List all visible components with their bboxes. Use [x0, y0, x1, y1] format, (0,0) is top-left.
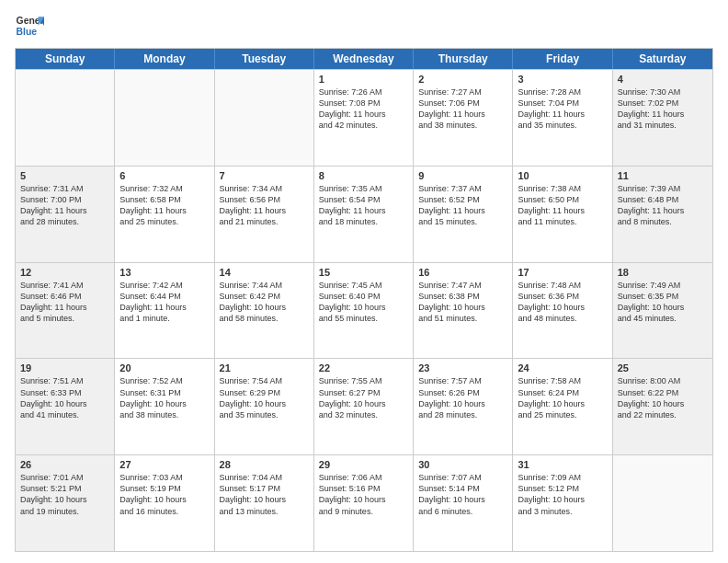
day-number: 8: [319, 170, 408, 181]
calendar-row: 12Sunrise: 7:41 AM Sunset: 6:46 PM Dayli…: [16, 262, 712, 359]
day-info: Sunrise: 7:48 AM Sunset: 6:36 PM Dayligh…: [518, 280, 607, 325]
calendar-row: 26Sunrise: 7:01 AM Sunset: 5:21 PM Dayli…: [16, 454, 712, 551]
calendar-row: 5Sunrise: 7:31 AM Sunset: 7:00 PM Daylig…: [16, 166, 712, 262]
day-info: Sunrise: 7:04 AM Sunset: 5:17 PM Dayligh…: [220, 472, 309, 517]
day-info: Sunrise: 7:35 AM Sunset: 6:54 PM Dayligh…: [319, 183, 408, 228]
calendar-cell: 18Sunrise: 7:49 AM Sunset: 6:35 PM Dayli…: [613, 263, 712, 359]
day-info: Sunrise: 7:07 AM Sunset: 5:14 PM Dayligh…: [418, 472, 507, 517]
day-info: Sunrise: 7:51 AM Sunset: 6:33 PM Dayligh…: [20, 375, 109, 420]
day-number: 27: [119, 459, 209, 470]
calendar-cell: 25Sunrise: 8:00 AM Sunset: 6:22 PM Dayli…: [613, 359, 712, 454]
calendar-cell: [16, 70, 115, 166]
calendar-row: 19Sunrise: 7:51 AM Sunset: 6:33 PM Dayli…: [16, 358, 712, 454]
day-info: Sunrise: 7:45 AM Sunset: 6:40 PM Dayligh…: [319, 280, 408, 325]
day-info: Sunrise: 7:03 AM Sunset: 5:19 PM Dayligh…: [119, 472, 209, 517]
calendar-cell: 15Sunrise: 7:45 AM Sunset: 6:40 PM Dayli…: [314, 263, 414, 359]
day-number: 17: [518, 267, 607, 278]
day-number: 1: [319, 74, 408, 85]
day-number: 15: [319, 267, 408, 278]
day-info: Sunrise: 7:32 AM Sunset: 6:58 PM Dayligh…: [119, 183, 209, 228]
calendar-cell: 9Sunrise: 7:37 AM Sunset: 6:52 PM Daylig…: [414, 167, 513, 262]
calendar-cell: [613, 455, 712, 551]
day-number: 2: [418, 74, 507, 85]
day-info: Sunrise: 7:34 AM Sunset: 6:56 PM Dayligh…: [220, 183, 309, 228]
calendar-cell: 5Sunrise: 7:31 AM Sunset: 7:00 PM Daylig…: [16, 167, 115, 262]
calendar-cell: 22Sunrise: 7:55 AM Sunset: 6:27 PM Dayli…: [314, 359, 414, 454]
logo: General Blue: [15, 11, 44, 40]
weekday-header: Tuesday: [215, 49, 314, 69]
day-number: 9: [418, 170, 507, 181]
day-info: Sunrise: 7:27 AM Sunset: 7:06 PM Dayligh…: [418, 86, 507, 132]
day-number: 26: [20, 459, 109, 470]
calendar-cell: 8Sunrise: 7:35 AM Sunset: 6:54 PM Daylig…: [314, 167, 414, 262]
weekday-header: Thursday: [414, 49, 513, 69]
day-number: 29: [319, 459, 408, 470]
weekday-header: Sunday: [16, 49, 115, 69]
day-info: Sunrise: 7:49 AM Sunset: 6:35 PM Dayligh…: [618, 280, 708, 325]
calendar-body: 1Sunrise: 7:26 AM Sunset: 7:08 PM Daylig…: [16, 69, 712, 551]
day-number: 5: [20, 170, 109, 181]
logo-icon: General Blue: [15, 11, 44, 40]
day-number: 21: [220, 362, 309, 373]
calendar-cell: 21Sunrise: 7:54 AM Sunset: 6:29 PM Dayli…: [215, 359, 314, 454]
day-info: Sunrise: 7:58 AM Sunset: 6:24 PM Dayligh…: [518, 375, 607, 420]
calendar-cell: 24Sunrise: 7:58 AM Sunset: 6:24 PM Dayli…: [513, 359, 612, 454]
day-number: 28: [220, 459, 309, 470]
day-number: 16: [418, 267, 507, 278]
calendar-cell: 28Sunrise: 7:04 AM Sunset: 5:17 PM Dayli…: [215, 455, 314, 551]
day-info: Sunrise: 7:39 AM Sunset: 6:48 PM Dayligh…: [618, 183, 708, 228]
calendar-cell: 29Sunrise: 7:06 AM Sunset: 5:16 PM Dayli…: [314, 455, 414, 551]
day-info: Sunrise: 7:41 AM Sunset: 6:46 PM Dayligh…: [20, 280, 109, 325]
calendar-cell: 16Sunrise: 7:47 AM Sunset: 6:38 PM Dayli…: [414, 263, 513, 359]
day-info: Sunrise: 7:01 AM Sunset: 5:21 PM Dayligh…: [20, 472, 109, 517]
day-number: 6: [119, 170, 209, 181]
page: General Blue SundayMondayTuesdayWednesda…: [0, 0, 728, 563]
calendar: SundayMondayTuesdayWednesdayThursdayFrid…: [15, 48, 713, 552]
day-number: 30: [418, 459, 507, 470]
weekday-header: Wednesday: [314, 49, 414, 69]
day-info: Sunrise: 7:44 AM Sunset: 6:42 PM Dayligh…: [220, 280, 309, 325]
calendar-cell: 14Sunrise: 7:44 AM Sunset: 6:42 PM Dayli…: [215, 263, 314, 359]
calendar-cell: 7Sunrise: 7:34 AM Sunset: 6:56 PM Daylig…: [215, 167, 314, 262]
calendar-cell: [115, 70, 214, 166]
weekday-header: Friday: [513, 49, 612, 69]
day-number: 31: [518, 459, 607, 470]
day-info: Sunrise: 7:38 AM Sunset: 6:50 PM Dayligh…: [518, 183, 607, 228]
day-number: 24: [518, 362, 607, 373]
header: General Blue: [15, 11, 713, 40]
day-number: 20: [119, 362, 209, 373]
day-info: Sunrise: 7:55 AM Sunset: 6:27 PM Dayligh…: [319, 375, 408, 420]
day-info: Sunrise: 7:30 AM Sunset: 7:02 PM Dayligh…: [618, 86, 708, 132]
day-number: 12: [20, 267, 109, 278]
day-info: Sunrise: 7:06 AM Sunset: 5:16 PM Dayligh…: [319, 472, 408, 517]
day-info: Sunrise: 7:09 AM Sunset: 5:12 PM Dayligh…: [518, 472, 607, 517]
weekday-header: Monday: [115, 49, 214, 69]
calendar-cell: 19Sunrise: 7:51 AM Sunset: 6:33 PM Dayli…: [16, 359, 115, 454]
day-info: Sunrise: 7:26 AM Sunset: 7:08 PM Dayligh…: [319, 86, 408, 132]
calendar-cell: 27Sunrise: 7:03 AM Sunset: 5:19 PM Dayli…: [115, 455, 214, 551]
day-number: 10: [518, 170, 607, 181]
day-info: Sunrise: 7:42 AM Sunset: 6:44 PM Dayligh…: [119, 280, 209, 325]
day-info: Sunrise: 7:31 AM Sunset: 7:00 PM Dayligh…: [20, 183, 109, 228]
svg-text:Blue: Blue: [17, 27, 38, 37]
calendar-cell: 17Sunrise: 7:48 AM Sunset: 6:36 PM Dayli…: [513, 263, 612, 359]
day-number: 7: [220, 170, 309, 181]
calendar-cell: 26Sunrise: 7:01 AM Sunset: 5:21 PM Dayli…: [16, 455, 115, 551]
calendar-cell: 13Sunrise: 7:42 AM Sunset: 6:44 PM Dayli…: [115, 263, 214, 359]
day-info: Sunrise: 7:54 AM Sunset: 6:29 PM Dayligh…: [220, 375, 309, 420]
calendar-cell: 4Sunrise: 7:30 AM Sunset: 7:02 PM Daylig…: [613, 70, 712, 166]
day-info: Sunrise: 7:57 AM Sunset: 6:26 PM Dayligh…: [418, 375, 507, 420]
calendar-header: SundayMondayTuesdayWednesdayThursdayFrid…: [16, 49, 712, 69]
calendar-cell: 11Sunrise: 7:39 AM Sunset: 6:48 PM Dayli…: [613, 167, 712, 262]
day-number: 11: [618, 170, 708, 181]
day-number: 23: [418, 362, 507, 373]
day-info: Sunrise: 7:52 AM Sunset: 6:31 PM Dayligh…: [119, 375, 209, 420]
calendar-row: 1Sunrise: 7:26 AM Sunset: 7:08 PM Daylig…: [16, 69, 712, 166]
calendar-cell: 10Sunrise: 7:38 AM Sunset: 6:50 PM Dayli…: [513, 167, 612, 262]
calendar-cell: 31Sunrise: 7:09 AM Sunset: 5:12 PM Dayli…: [513, 455, 612, 551]
day-number: 25: [618, 362, 708, 373]
calendar-cell: 3Sunrise: 7:28 AM Sunset: 7:04 PM Daylig…: [513, 70, 612, 166]
day-number: 4: [618, 74, 708, 85]
calendar-cell: 23Sunrise: 7:57 AM Sunset: 6:26 PM Dayli…: [414, 359, 513, 454]
calendar-cell: 2Sunrise: 7:27 AM Sunset: 7:06 PM Daylig…: [414, 70, 513, 166]
